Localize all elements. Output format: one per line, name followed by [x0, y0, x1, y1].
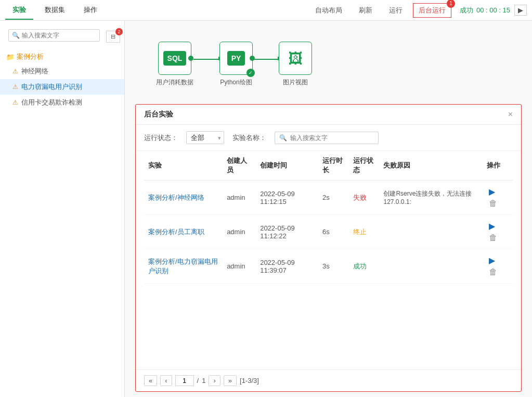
sidebar-search[interactable]: 🔍 — [8, 29, 100, 42]
modal-close-btn[interactable]: × — [508, 110, 513, 119]
row2-duration: 6s — [318, 215, 349, 249]
main-container: 实验 数据集 操作 自动布局 刷新 运行 后台运行 1 成功 00 : 00 :… — [0, 0, 532, 397]
experiments-table: 实验 创建人员 创建时间 运行时长 运行状态 失败原因 操作 — [144, 151, 513, 284]
page-total: 1 — [202, 377, 205, 385]
sidebar-search-input[interactable] — [22, 32, 96, 39]
search-icon: 🔍 — [12, 32, 20, 39]
sidebar-item-power-user[interactable]: ⚠ 电力窃漏电用户识别 — [0, 79, 124, 95]
row3-creator: admin — [223, 249, 256, 284]
row2-created-at: 2022-05-09 11:12:22 — [256, 215, 318, 249]
col-error: 失败原因 — [379, 151, 483, 181]
table-container: 实验 创建人员 创建时间 运行时长 运行状态 失败原因 操作 — [136, 151, 521, 369]
table-row: 案例分析/神经网络 admin 2022-05-09 11:12:15 2s 失… — [144, 181, 513, 215]
run-status: 成功 00 : 00 : 15 — [460, 6, 510, 15]
timer-text: 00 : 00 : 15 — [476, 6, 510, 14]
top-nav: 实验 数据集 操作 自动布局 刷新 运行 后台运行 1 成功 00 : 00 :… — [0, 0, 532, 21]
col-experiment: 实验 — [144, 151, 223, 181]
row1-delete-btn[interactable]: 🗑 — [487, 198, 499, 209]
filter-icon: ⊟ — [111, 33, 115, 40]
name-search-icon: 🔍 — [279, 134, 287, 142]
row3-delete-btn[interactable]: 🗑 — [487, 266, 499, 278]
col-creator: 创建人员 — [223, 151, 256, 181]
filter-row: 运行状态： 全部 成功 失败 终止 运行中 实验名称： — [136, 125, 521, 151]
row3-error — [379, 249, 483, 284]
sidebar-filter-btn[interactable]: ⊟ 2 — [106, 31, 120, 43]
col-action: 操作 — [483, 151, 513, 181]
sidebar-item-credit-fraud[interactable]: ⚠ 信用卡交易欺诈检测 — [0, 95, 124, 110]
page-next-btn[interactable]: › — [209, 375, 220, 386]
table-row: 案例分析/电力窃漏电用户识别 admin 2022-05-09 11:39:07… — [144, 249, 513, 284]
tab-dataset[interactable]: 数据集 — [37, 1, 72, 20]
row3-status: 成功 — [349, 249, 380, 284]
col-status: 运行状态 — [349, 151, 380, 181]
row3-run-btn[interactable]: ▶ — [487, 254, 497, 266]
status-filter-select[interactable]: 全部 成功 失败 终止 运行中 — [186, 131, 224, 144]
row1-status: 失败 — [349, 181, 380, 215]
page-range: [1-3/3] — [240, 377, 259, 385]
page-prev-btn[interactable]: ‹ — [160, 375, 172, 386]
row1-duration: 2s — [318, 181, 349, 215]
run-btn[interactable]: 运行 — [383, 3, 409, 18]
row2-experiment-link[interactable]: 案例分析/员工离职 — [148, 228, 204, 236]
auto-layout-btn[interactable]: 自动布局 — [309, 3, 348, 18]
row3-created-at: 2022-05-09 11:39:07 — [256, 249, 318, 284]
page-first-btn[interactable]: « — [144, 375, 157, 386]
row1-experiment-link[interactable]: 案例分析/神经网络 — [148, 194, 204, 201]
row2-status: 终止 — [349, 215, 380, 249]
modal-box: 后台实验 × 运行状态： 全部 成功 失败 终止 运行中 — [135, 104, 522, 392]
row1-created-at: 2022-05-09 11:12:15 — [256, 181, 318, 215]
tab-operation[interactable]: 操作 — [76, 1, 105, 20]
folder-icon: 📁 — [6, 53, 15, 61]
warning-icon: ⚠ — [12, 68, 18, 75]
warning-icon-3: ⚠ — [12, 99, 18, 106]
row2-delete-btn[interactable]: 🗑 — [487, 232, 499, 244]
filter-badge: 2 — [115, 28, 123, 35]
row1-creator: admin — [223, 181, 256, 215]
row3-experiment-link[interactable]: 案例分析/电力窃漏电用户识别 — [148, 258, 218, 275]
canvas-area: SQL 用户消耗数据 PY ✓ Python绘图 — [125, 21, 532, 397]
background-run-badge: 1 — [447, 0, 455, 8]
row1-error: 创建Rserve连接失败，无法连接127.0.0.1: — [379, 181, 483, 215]
status-text: 成功 — [460, 6, 473, 15]
tab-experiment[interactable]: 实验 — [5, 1, 33, 20]
modal-title: 后台实验 — [144, 110, 173, 119]
refresh-btn[interactable]: 刷新 — [353, 3, 379, 18]
warning-icon-2: ⚠ — [12, 83, 18, 91]
name-filter-label: 实验名称： — [232, 133, 266, 143]
row2-creator: admin — [223, 215, 256, 249]
name-search-box[interactable]: 🔍 — [275, 132, 379, 144]
sidebar: 🔍 ⊟ 2 📁 案例分析 ⚠ 神经网络 ⚠ 电力窃漏电用户识别 — [0, 21, 125, 397]
content-area: 🔍 ⊟ 2 📁 案例分析 ⚠ 神经网络 ⚠ 电力窃漏电用户识别 — [0, 21, 532, 397]
table-row: 案例分析/员工离职 admin 2022-05-09 11:12:22 6s 终… — [144, 215, 513, 249]
row2-error — [379, 215, 483, 249]
row1-run-btn[interactable]: ▶ — [487, 186, 497, 198]
row2-run-btn[interactable]: ▶ — [487, 220, 497, 232]
modal-header: 后台实验 × — [136, 105, 521, 125]
col-duration: 运行时长 — [318, 151, 349, 181]
status-filter-label: 运行状态： — [144, 133, 178, 143]
page-last-btn[interactable]: » — [224, 375, 237, 386]
sidebar-item-neural-network[interactable]: ⚠ 神经网络 — [0, 63, 124, 79]
row3-actions: ▶ 🗑 — [483, 249, 513, 284]
background-run-btn[interactable]: 后台运行 1 — [413, 3, 451, 18]
pagination: « ‹ / 1 › » [1-3/3] — [136, 369, 521, 391]
modal-overlay: 后台实验 × 运行状态： 全部 成功 失败 终止 运行中 — [125, 21, 532, 397]
status-filter-wrap: 全部 成功 失败 终止 运行中 — [186, 131, 224, 144]
nav-arrow-btn[interactable]: ▶ — [514, 5, 527, 16]
name-search-input[interactable] — [290, 134, 373, 142]
page-sep: / — [197, 377, 199, 385]
row3-duration: 3s — [318, 249, 349, 284]
col-created-at: 创建时间 — [256, 151, 318, 181]
row1-actions: ▶ 🗑 — [483, 181, 513, 215]
row2-actions: ▶ 🗑 — [483, 215, 513, 249]
sidebar-group[interactable]: 📁 案例分析 — [0, 50, 124, 63]
page-input[interactable] — [175, 375, 194, 386]
